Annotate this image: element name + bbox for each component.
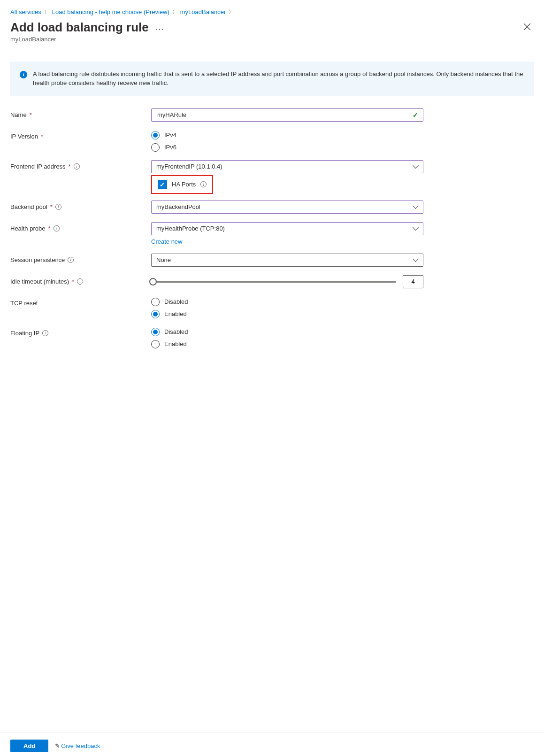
required-indicator: *	[72, 278, 74, 285]
radio-icon	[151, 131, 160, 139]
select-value: myHealthProbe (TCP:80)	[156, 225, 225, 232]
footer-bar: Add ✎ Give feedback	[0, 733, 544, 756]
required-indicator: *	[41, 133, 43, 140]
idle-timeout-label: Idle timeout (minutes)	[10, 278, 69, 285]
info-hint-icon[interactable]: i	[42, 330, 48, 336]
radio-icon	[151, 340, 160, 348]
more-icon[interactable]: ⋯	[155, 21, 164, 34]
radio-label: Enabled	[164, 310, 187, 317]
feedback-label: Give feedback	[61, 742, 100, 749]
session-persistence-label: Session persistence	[10, 256, 65, 263]
chevron-down-icon	[414, 164, 418, 169]
chevron-down-icon	[414, 258, 418, 262]
info-hint-icon[interactable]: i	[55, 204, 61, 210]
chevron-down-icon	[414, 226, 418, 231]
required-indicator: *	[30, 111, 32, 118]
floating-ip-radio-group: Disabled Enabled	[151, 327, 423, 348]
idle-timeout-slider[interactable]	[151, 281, 396, 283]
radio-icon	[151, 143, 160, 152]
required-indicator: *	[48, 225, 50, 232]
info-icon: i	[20, 71, 27, 78]
valid-check-icon: ✓	[413, 111, 418, 119]
tcp-reset-enabled-radio[interactable]: Enabled	[151, 310, 423, 318]
info-banner-text: A load balancing rule distributes incomi…	[33, 70, 524, 88]
ip-version-ipv4-radio[interactable]: IPv4	[151, 131, 423, 139]
floating-ip-disabled-radio[interactable]: Disabled	[151, 328, 423, 336]
create-new-link[interactable]: Create new	[151, 238, 182, 245]
close-icon[interactable]	[521, 20, 534, 35]
give-feedback-link[interactable]: ✎ Give feedback	[55, 742, 100, 749]
chevron-right-icon: 〉	[229, 8, 234, 15]
breadcrumb-item[interactable]: All services	[10, 8, 41, 15]
radio-label: Disabled	[164, 328, 188, 335]
ip-version-ipv6-radio[interactable]: IPv6	[151, 143, 423, 152]
name-input[interactable]: ✓	[151, 108, 423, 122]
add-button[interactable]: Add	[10, 740, 48, 752]
select-value: myBackendPool	[156, 203, 200, 210]
info-hint-icon[interactable]: i	[74, 163, 80, 170]
floating-ip-label: Floating IP	[10, 330, 39, 337]
feedback-icon: ✎	[55, 742, 60, 749]
backend-pool-select[interactable]: myBackendPool	[151, 201, 423, 214]
info-hint-icon[interactable]: i	[68, 257, 74, 263]
ip-version-radio-group: IPv4 IPv6	[151, 130, 423, 152]
breadcrumb-item[interactable]: Load balancing - help me choose (Preview…	[52, 8, 169, 15]
breadcrumb-item[interactable]: myLoadBalancer	[180, 8, 226, 15]
required-indicator: *	[69, 163, 71, 170]
radio-label: Disabled	[164, 298, 188, 305]
select-value: myFrontendIP (10.1.0.4)	[156, 163, 222, 170]
radio-icon	[151, 298, 160, 306]
radio-label: IPv6	[164, 144, 176, 151]
chevron-right-icon: 〉	[172, 8, 177, 15]
tcp-reset-radio-group: Disabled Enabled	[151, 297, 423, 318]
radio-icon	[151, 328, 160, 336]
chevron-down-icon	[414, 205, 418, 209]
info-hint-icon[interactable]: i	[77, 278, 83, 285]
radio-icon	[151, 310, 160, 318]
info-banner: i A load balancing rule distributes inco…	[10, 62, 534, 96]
radio-label: Enabled	[164, 340, 187, 347]
name-input-field[interactable]	[156, 109, 413, 121]
ha-ports-checkbox[interactable]	[158, 180, 167, 189]
slider-thumb[interactable]	[149, 278, 157, 285]
session-persistence-select[interactable]: None	[151, 254, 423, 267]
ha-ports-highlight: HA Ports i	[151, 175, 213, 194]
idle-timeout-value-input[interactable]	[403, 275, 423, 288]
tcp-reset-disabled-radio[interactable]: Disabled	[151, 298, 423, 306]
ha-ports-label: HA Ports	[172, 181, 196, 188]
floating-ip-enabled-radio[interactable]: Enabled	[151, 340, 423, 348]
info-hint-icon[interactable]: i	[200, 181, 207, 187]
page-title: Add load balancing rule	[10, 20, 149, 35]
breadcrumb: All services 〉 Load balancing - help me …	[10, 8, 534, 15]
frontend-ip-label: Frontend IP address	[10, 163, 66, 170]
health-probe-label: Health probe	[10, 225, 45, 232]
tcp-reset-label: TCP reset	[10, 300, 38, 307]
ip-version-label: IP Version	[10, 133, 38, 140]
name-label: Name	[10, 111, 27, 118]
frontend-ip-select[interactable]: myFrontendIP (10.1.0.4)	[151, 160, 423, 173]
page-subtitle: myLoadBalancer	[10, 36, 164, 43]
backend-pool-label: Backend pool	[10, 203, 47, 210]
health-probe-select[interactable]: myHealthProbe (TCP:80)	[151, 222, 423, 235]
select-value: None	[156, 256, 171, 263]
required-indicator: *	[50, 203, 53, 210]
chevron-right-icon: 〉	[44, 8, 49, 15]
radio-label: IPv4	[164, 131, 176, 139]
info-hint-icon[interactable]: i	[54, 225, 60, 231]
